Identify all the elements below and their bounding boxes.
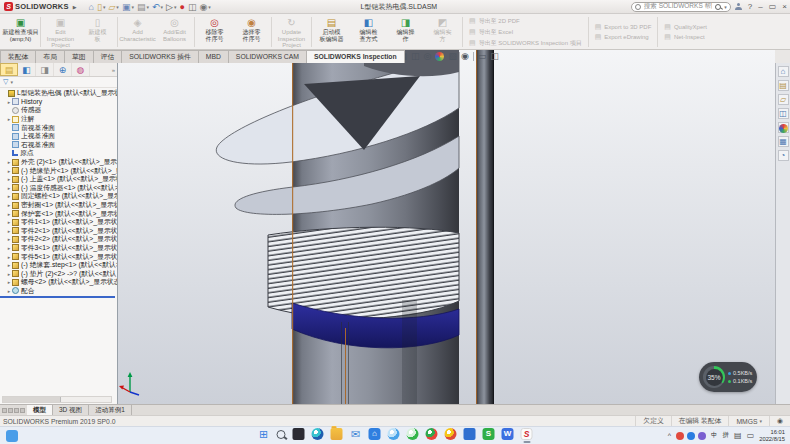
add-edit-balloons-button[interactable]: ◎Add/Edit Balloons [156,15,193,49]
export-item-button[interactable]: ▤Export eDrawing [595,33,652,41]
select-icon[interactable]: ▷▾ [166,2,176,12]
touch-keyboard-icon[interactable]: ▤ [734,431,742,440]
propertymanager-tab[interactable]: ◧ [18,63,36,76]
tree-item[interactable]: 传感器 [0,106,117,115]
export-item-button[interactable]: ▤导出至 SOLIDWORKS Inspection 项目 [469,39,582,48]
restore-button[interactable]: ▭ [769,2,777,11]
doc-tab-3D 视图[interactable]: 3D 视图 [53,405,89,415]
dropdown-caret-icon[interactable]: ▾ [160,2,163,12]
tab-nav-buttons[interactable] [0,405,27,415]
tab-装配体[interactable]: 装配体 [0,50,36,63]
forum-icon[interactable]: ◔ [778,150,789,161]
new-inspection-project-button[interactable]: ▣新建检查项目 (amp;N) [2,15,39,49]
app-s-icon[interactable]: S [483,428,495,443]
dropdown-caret-icon[interactable]: ▾ [116,2,119,12]
search-button[interactable] [277,429,286,442]
open-icon[interactable]: ▱▾ [108,2,118,12]
update-inspection-project-button[interactable]: ↻Update Inspection Project [273,15,310,49]
search-icon[interactable] [715,4,721,10]
hide-show-items-icon[interactable]: ◎ [424,51,432,62]
doc-tab-模型[interactable]: 模型 [27,405,53,415]
filter-caret-icon[interactable]: ▾ [10,79,13,85]
displaymanager-tab[interactable]: ◍ [72,63,90,76]
configurationmanager-tab[interactable]: ◨ [36,63,54,76]
edit-operations-button[interactable]: ◨编辑操 作 [387,15,424,49]
featuremanager-tab[interactable]: ▤ [0,63,18,76]
dropdown-caret-icon[interactable]: ▾ [146,2,149,12]
dropdown-caret-icon[interactable]: ▾ [103,2,106,12]
hidden-icons-chevron[interactable]: ^ [668,432,671,439]
tree-item[interactable]: ▸零件3<1> (默认<<默认>_显示状 [0,244,117,253]
file-explorer-icon[interactable]: ▱ [778,94,789,105]
reader-icon[interactable] [464,428,476,443]
chrome-icon[interactable] [445,428,457,443]
view-settings-icon[interactable]: ◉ [461,51,469,62]
tree-item[interactable]: ▸零件2<1> (默认<<默认>_显示状 [0,227,117,236]
remove-balloons-button[interactable]: ◎移除零 件序号 [196,15,233,49]
dropdown-caret-icon[interactable]: ▾ [208,2,211,12]
tree-item[interactable]: ▸固定螺栓<1> (默认<<默认>_显示 [0,192,117,201]
taskbar-clock[interactable]: 16:01 2022/8/15 [759,429,785,442]
edit-custom-button[interactable]: ◩编辑实 方 [424,15,461,49]
tray-shield-icon[interactable] [698,432,706,440]
add-characteristic-button[interactable]: ◈Add Characteristic [119,15,156,49]
options-icon[interactable]: ◉▾ [199,2,210,12]
widgets-button[interactable] [6,430,18,442]
tree-item[interactable]: 上视基准面 [0,132,117,141]
view-palette-icon[interactable]: ◫ [778,108,789,119]
resources-home-icon[interactable]: ⌂ [778,66,789,77]
tab-SOLIDWORKS CAM[interactable]: SOLIDWORKS CAM [229,50,307,63]
tree-item[interactable]: ▸(-) 上盖<1> (默认<<默认>_显示状 [0,175,117,184]
dropdown-caret-icon[interactable]: ▾ [174,2,177,12]
graphics-viewport[interactable]: ◳◱◧▦◫◎▧◉▭◫ 35% 0.5KB/s0.1KB/s [118,50,775,404]
tab-草图[interactable]: 草图 [65,50,94,63]
display-pane-icon[interactable]: ◫ [188,2,197,12]
solidworks-taskbar-icon[interactable]: S [521,428,533,443]
tree-item[interactable]: 前视基准面 [0,123,117,132]
file-explorer-icon[interactable] [331,428,343,443]
tree-item[interactable]: ▸外壳 (2)<1> (默认<<默认>_显示状 [0,158,117,167]
tray-app-red-icon[interactable] [676,432,684,440]
appearances-icon[interactable] [778,122,789,133]
scrollbar-thumb[interactable] [3,397,61,402]
panel-horizontal-scrollbar[interactable] [2,396,112,403]
doc-tab-运动算例1[interactable]: 运动算例1 [89,405,132,415]
help-button[interactable]: ? [748,2,752,11]
tree-item[interactable]: 原点 [0,149,117,158]
tree-item[interactable]: 右视基准面 [0,141,117,150]
browser-multi-icon[interactable] [426,428,438,443]
search-scope-icon[interactable] [635,4,641,10]
ime-mode-button[interactable]: 拼 [723,431,730,440]
rebuild-icon[interactable]: ● [179,2,184,12]
search-input[interactable]: 搜索 SOLIDWORKS 帮助 ▾ [631,2,731,12]
mail-icon[interactable]: ✉ [350,428,362,443]
tab-布局[interactable]: 布局 [36,50,65,63]
weather-icon[interactable] [388,428,400,443]
export-item-button[interactable]: ▤Export to 3D PDF [595,23,652,31]
units-selector[interactable]: MMGS ▾ [728,416,769,426]
tree-item[interactable]: ▸螺母<2> (默认<<默认>_显示状态 [0,278,117,287]
tree-item[interactable]: ▸零件5<1> (默认<<默认>_显示状 [0,252,117,261]
tab-MBD[interactable]: MBD [199,50,229,63]
tray-app-blue-icon[interactable] [687,432,695,440]
menu-flyout-icon[interactable]: ▶ [73,4,77,10]
minimize-button[interactable]: – [758,2,762,11]
inspect-item-button[interactable]: ▤Net-Inspect [664,33,707,41]
tree-item[interactable]: ▸(-) 温度传感器<1> (默认<<默认>_ [0,184,117,193]
inspect-item-button[interactable]: ▤QualityXpert [664,23,707,31]
tree-item[interactable]: ▸零件1<1> (默认<<默认>_显示状态 [0,218,117,227]
display-cast-icon[interactable]: ▭ [747,431,755,440]
manager-tabs-overflow-icon[interactable]: » [112,63,117,76]
search-caret-icon[interactable]: ▾ [724,4,727,10]
select-balloons-button[interactable]: ◉选择零 件序号 [233,15,270,49]
browser-green-icon[interactable] [407,428,419,443]
display-style-icon[interactable]: ◫ [411,51,420,62]
tree-item[interactable]: ▸History [0,98,117,107]
dimxpertmanager-tab[interactable]: ⊕ [54,63,72,76]
apply-scene-icon[interactable]: ▧ [448,51,457,62]
tab-SOLIDWORKS Inspection[interactable]: SOLIDWORKS Inspection [307,50,405,63]
export-item-button[interactable]: ▤导出至 2D PDF [469,17,582,26]
tab-评估[interactable]: 评估 [94,50,123,63]
store-icon[interactable]: ⌂ [369,428,381,443]
tree-item[interactable]: ▸密封圈<1> (默认<<默认>_显示状 [0,201,117,210]
